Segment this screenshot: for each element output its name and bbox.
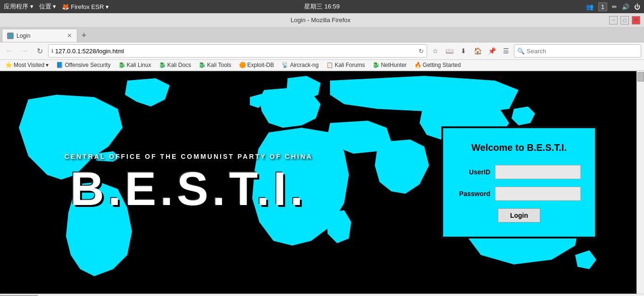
- os-pencil-icon: ✏: [612, 3, 617, 10]
- nethunter-icon: 🐉: [372, 62, 380, 68]
- vertical-scrollbar[interactable]: [636, 71, 644, 294]
- login-button[interactable]: Login: [498, 208, 540, 222]
- bookmark-label: Offensive Security: [65, 62, 110, 68]
- scrollbar-thumb[interactable]: [637, 72, 644, 82]
- kali-linux-icon: 🐉: [118, 62, 125, 68]
- minimize-button[interactable]: －: [609, 16, 618, 25]
- bookmark-star-button[interactable]: ☆: [429, 45, 441, 57]
- most-visited-icon: ⭐: [5, 62, 12, 68]
- bookmark-label: NetHunter: [381, 62, 407, 68]
- password-input[interactable]: [495, 187, 581, 201]
- aircrack-icon: 📡: [281, 62, 289, 68]
- bookmark-nethunter[interactable]: 🐉 NetHunter: [370, 61, 409, 69]
- forward-button[interactable]: →: [18, 44, 31, 58]
- url-input[interactable]: [55, 48, 417, 55]
- bookmark-label: Exploit-DB: [248, 62, 274, 68]
- os-volume-icon[interactable]: 🔊: [622, 3, 629, 10]
- exploit-db-icon: 🟠: [239, 62, 246, 68]
- browser-chrome: Login - Mozilla Firefox － □ ✕ 🌐 Login ✕ …: [0, 13, 644, 71]
- login-panel: Welcome to B.E.S.T.I. UserID Password Lo…: [441, 126, 597, 238]
- bookmarks-bar: ⭐ Most Visited ▾ 📘 Offensive Security 🐉 …: [0, 60, 644, 71]
- os-menu-firefox[interactable]: 🦊 Firefox ESR ▾: [62, 3, 109, 10]
- pocket-button[interactable]: 📌: [486, 45, 498, 57]
- reader-mode-button[interactable]: 📖: [443, 45, 455, 57]
- userid-row: UserID: [457, 165, 581, 179]
- tab-login[interactable]: 🌐 Login ✕: [2, 29, 77, 42]
- offensive-security-icon: 📘: [56, 62, 63, 68]
- userid-label: UserID: [457, 168, 490, 176]
- login-panel-title: Welcome to B.E.S.T.I.: [457, 142, 581, 153]
- home-button[interactable]: 🏠: [471, 45, 484, 57]
- tab-close-button[interactable]: ✕: [67, 32, 72, 39]
- close-button[interactable]: ✕: [632, 16, 640, 25]
- tab-bar: 🌐 Login ✕ +: [0, 27, 644, 42]
- bookmark-label: Aircrack-ng: [290, 62, 319, 68]
- reload-address-button[interactable]: ↻: [419, 48, 424, 55]
- os-system-tray: 👥 1 ✏ 🔊 ⏻: [586, 2, 640, 11]
- bookmark-getting-started[interactable]: 🔥 Getting Started: [412, 61, 463, 69]
- bookmark-kali-tools[interactable]: 🐉 Kali Tools: [196, 61, 233, 69]
- reload-button[interactable]: ↻: [33, 44, 46, 58]
- bookmark-kali-docs[interactable]: 🐉 Kali Docs: [157, 61, 194, 69]
- bookmark-label: Kali Forums: [335, 62, 365, 68]
- os-topbar-left: 应用程序 ▾ 位置 ▾ 🦊 Firefox ESR ▾: [4, 2, 109, 11]
- browser-bottom-bar: [0, 294, 644, 296]
- password-label: Password: [457, 190, 490, 197]
- back-button[interactable]: ←: [3, 44, 16, 58]
- menu-button[interactable]: ☰: [500, 45, 512, 57]
- address-bar[interactable]: ℹ ↻: [48, 44, 427, 58]
- nav-right-icons: ☆ 📖 ⬇ 🏠 📌 ☰: [429, 45, 512, 57]
- page-main-title: B.E.S.T.I.: [70, 165, 307, 212]
- os-menu-apps[interactable]: 应用程序 ▾: [4, 2, 33, 11]
- os-workspace-indicator[interactable]: 1: [598, 2, 607, 11]
- tab-favicon: 🌐: [7, 33, 14, 39]
- kali-docs-icon: 🐉: [159, 62, 166, 68]
- page-content: Central Office of the Communist Party of…: [0, 71, 644, 294]
- left-content: Central Office of the Communist Party of…: [0, 71, 377, 294]
- password-row: Password: [457, 187, 581, 201]
- tab-label: Login: [17, 33, 30, 39]
- bookmark-offensive-security[interactable]: 📘 Offensive Security: [54, 61, 113, 69]
- horizontal-scrollbar[interactable]: [0, 295, 644, 296]
- bookmark-label: Kali Docs: [167, 62, 191, 68]
- navigation-bar: ← → ↻ ℹ ↻ ☆ 📖 ⬇ 🏠 📌 ☰ 🔍: [0, 42, 644, 60]
- bookmark-aircrack-ng[interactable]: 📡 Aircrack-ng: [279, 61, 321, 69]
- os-topbar: 应用程序 ▾ 位置 ▾ 🦊 Firefox ESR ▾ 星期三 16:59 👥 …: [0, 0, 644, 13]
- bookmark-label: Getting Started: [423, 62, 461, 68]
- login-button-row: Login: [457, 208, 581, 222]
- bookmark-kali-forums[interactable]: 📋 Kali Forums: [324, 61, 367, 69]
- getting-started-icon: 🔥: [414, 62, 421, 68]
- new-tab-button[interactable]: +: [77, 29, 91, 42]
- kali-forums-icon: 📋: [326, 62, 333, 68]
- bookmark-most-visited[interactable]: ⭐ Most Visited ▾: [3, 61, 51, 69]
- restore-button[interactable]: □: [620, 16, 629, 25]
- os-datetime: 星期三 16:59: [304, 2, 339, 11]
- browser-title: Login - Mozilla Firefox: [32, 16, 609, 24]
- os-menu-places[interactable]: 位置 ▾: [39, 2, 57, 11]
- security-icon: ℹ: [51, 48, 53, 54]
- browser-titlebar: Login - Mozilla Firefox － □ ✕: [0, 13, 644, 27]
- bookmark-label: Kali Tools: [207, 62, 231, 68]
- bookmark-kali-linux[interactable]: 🐉 Kali Linux: [116, 61, 154, 69]
- search-bar[interactable]: 🔍: [514, 44, 641, 58]
- os-people-icon: 👥: [586, 3, 594, 10]
- search-input[interactable]: [527, 48, 638, 55]
- download-button[interactable]: ⬇: [457, 45, 470, 57]
- bookmark-label: Most Visited ▾: [14, 62, 49, 68]
- bookmark-label: Kali Linux: [127, 62, 151, 68]
- os-power-icon[interactable]: ⏻: [634, 3, 640, 10]
- userid-input[interactable]: [495, 165, 581, 179]
- kali-tools-icon: 🐉: [198, 62, 206, 68]
- search-icon: 🔍: [517, 48, 525, 55]
- window-controls: － □ ✕: [609, 16, 640, 25]
- bookmark-exploit-db[interactable]: 🟠 Exploit-DB: [237, 61, 277, 69]
- page-subtitle: Central Office of the Communist Party of…: [65, 153, 313, 160]
- firefox-icon: 🦊: [62, 3, 69, 10]
